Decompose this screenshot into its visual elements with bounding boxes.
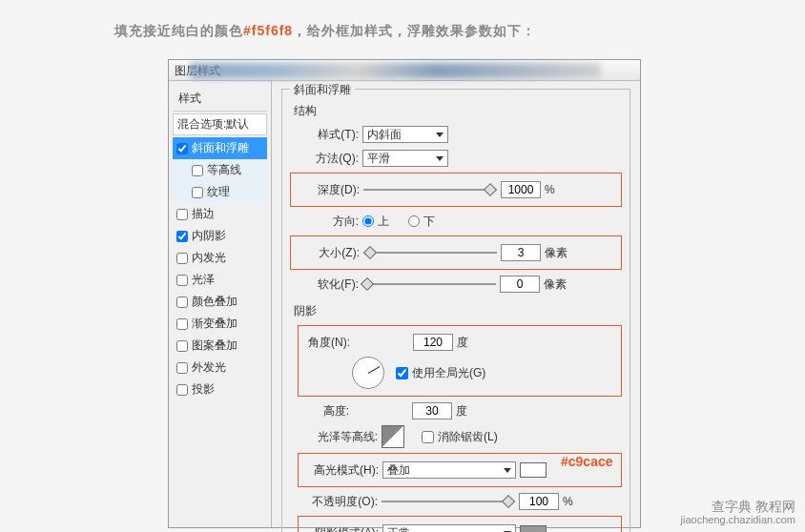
sidebar-checkbox-4[interactable] (176, 231, 188, 242)
shadow-color-swatch[interactable] (520, 525, 547, 532)
sidebar-label-11: 投影 (192, 381, 215, 398)
sidebar-checkbox-1[interactable] (192, 165, 203, 176)
highlight-opacity-unit: % (563, 495, 573, 508)
sidebar-item-5[interactable]: 内发光 (173, 247, 267, 269)
page-caption: 填充接近纯白的颜色#f5f6f8，给外框加样式，浮雕效果参数如下： (114, 23, 536, 40)
sidebar-label-5: 内发光 (192, 250, 226, 266)
sidebar-item-0[interactable]: 斜面和浮雕 (173, 137, 267, 159)
sidebar-label-3: 描边 (192, 206, 215, 222)
depth-unit: % (545, 183, 555, 196)
sidebar-item-4[interactable]: 内阴影 (173, 225, 267, 247)
soften-input[interactable] (500, 276, 540, 293)
sidebar-checkbox-5[interactable] (176, 253, 188, 264)
sidebar-label-0: 斜面和浮雕 (192, 140, 249, 156)
sidebar-checkbox-10[interactable] (176, 362, 188, 374)
global-light-label: 使用全局光(G) (412, 365, 485, 381)
angle-input[interactable] (413, 334, 453, 351)
size-input[interactable] (501, 244, 541, 261)
sidebar-checkbox-0[interactable] (176, 143, 188, 154)
style-label: 样式(T): (294, 127, 359, 143)
direction-label: 方向: (294, 214, 359, 230)
sidebar-item-8[interactable]: 渐变叠加 (173, 313, 267, 335)
sidebar-label-7: 颜色叠加 (192, 294, 237, 310)
direction-down-radio[interactable] (408, 215, 420, 227)
sidebar-item-2[interactable]: 纹理 (173, 181, 267, 203)
direction-up-label: 上 (378, 214, 389, 230)
sidebar-item-10[interactable]: 外发光 (173, 357, 267, 379)
altitude-input[interactable] (412, 402, 452, 419)
sidebar-label-1: 等高线 (207, 162, 241, 178)
sidebar-checkbox-8[interactable] (176, 318, 188, 330)
size-slider[interactable] (363, 246, 497, 259)
sidebar-styles-header[interactable]: 样式 (173, 87, 267, 112)
sidebar-item-3[interactable]: 描边 (173, 203, 267, 225)
direction-down-label: 下 (423, 214, 435, 230)
highlight-opacity-input[interactable] (519, 493, 559, 510)
sidebar-item-9[interactable]: 图案叠加 (173, 335, 267, 357)
sidebar-blend-options[interactable]: 混合选项:默认 (173, 113, 267, 135)
sidebar-checkbox-11[interactable] (176, 384, 188, 396)
antialias-label: 消除锯齿(L) (438, 429, 498, 445)
direction-up-radio[interactable] (362, 215, 374, 227)
highlight-mode-select[interactable]: 叠加 (382, 461, 516, 479)
size-label: 大小(Z): (295, 245, 360, 261)
sidebar-label-2: 纹理 (207, 184, 230, 200)
shading-legend: 阴影 (294, 303, 618, 319)
antialias-checkbox[interactable] (422, 431, 434, 443)
highlight-mode-label: 高光模式(H): (302, 462, 379, 479)
sidebar-item-1[interactable]: 等高线 (173, 159, 267, 181)
soften-slider[interactable] (362, 277, 496, 291)
angle-wheel[interactable] (352, 357, 384, 389)
technique-label: 方法(Q): (294, 151, 359, 167)
soften-unit: 像素 (544, 276, 567, 293)
structure-legend: 结构 (294, 103, 618, 119)
depth-label: 深度(D): (295, 182, 360, 198)
shadow-mode-select[interactable]: 正常 (382, 524, 516, 532)
highlight-color-swatch[interactable] (520, 462, 547, 478)
sidebar-checkbox-3[interactable] (176, 209, 188, 220)
sidebar-checkbox-7[interactable] (176, 297, 188, 308)
sidebar-item-7[interactable]: 颜色叠加 (173, 291, 267, 313)
altitude-label: 高度: (301, 403, 349, 419)
angle-unit: 度 (457, 335, 468, 351)
angle-label: 角度(N): (302, 335, 350, 351)
effects-sidebar: 样式 混合选项:默认 斜面和浮雕等高线纹理描边内阴影内发光光泽颜色叠加渐变叠加图… (169, 81, 272, 527)
sidebar-checkbox-2[interactable] (192, 187, 203, 198)
shadow-color-annotation: #c9cace (561, 454, 613, 469)
shadow-mode-label: 阴影模式(A): (302, 525, 379, 533)
blurred-header-decor (191, 63, 601, 78)
watermark: 查字典 教程网 jiaocheng.chazidian.com (681, 500, 795, 526)
depth-input[interactable] (501, 181, 541, 198)
gloss-contour-picker[interactable] (382, 425, 404, 448)
altitude-unit: 度 (456, 403, 467, 419)
gloss-label: 光泽等高线: (301, 429, 378, 445)
sidebar-checkbox-6[interactable] (176, 275, 188, 286)
technique-select[interactable]: 平滑 (362, 150, 448, 167)
highlight-opacity-slider[interactable] (382, 495, 515, 508)
sidebar-item-11[interactable]: 投影 (173, 379, 267, 400)
soften-label: 软化(F): (294, 276, 359, 293)
sidebar-label-9: 图案叠加 (192, 338, 237, 354)
sidebar-label-10: 外发光 (192, 359, 226, 376)
highlight-opacity-label: 不透明度(O): (301, 494, 378, 510)
sidebar-label-4: 内阴影 (192, 228, 226, 244)
depth-slider[interactable] (363, 183, 497, 196)
panel-title: 斜面和浮雕 (290, 82, 355, 98)
sidebar-label-6: 光泽 (192, 272, 215, 288)
size-unit: 像素 (545, 245, 568, 261)
sidebar-item-6[interactable]: 光泽 (173, 269, 267, 291)
sidebar-checkbox-9[interactable] (176, 340, 188, 352)
style-select[interactable]: 内斜面 (362, 126, 448, 143)
sidebar-label-8: 渐变叠加 (192, 316, 237, 332)
global-light-checkbox[interactable] (396, 367, 408, 379)
